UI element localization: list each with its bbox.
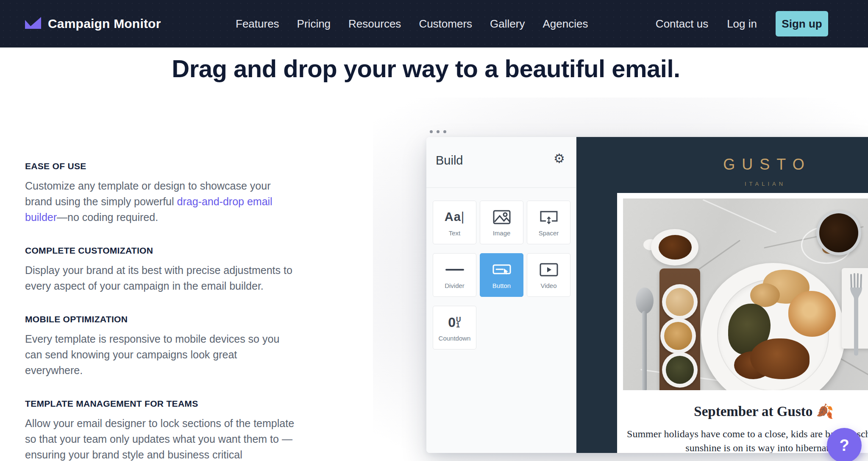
page: Campaign Monitor Features Pricing Resour… [0,0,868,461]
feature-heading: MOBILE OPTIMIZATION [25,314,296,324]
nav-resources[interactable]: Resources [348,17,401,31]
nav-customers[interactable]: Customers [419,17,472,31]
build-panel-header: Build ⚙ [426,137,576,188]
tile-divider[interactable]: Divider [433,253,476,297]
feature-text: Every template is responsive to mobile d… [25,331,296,378]
feature-text: Customize any template or design to show… [25,178,296,225]
main-nav: Features Pricing Resources Customers Gal… [236,0,588,47]
gear-icon[interactable]: ⚙ [554,152,565,165]
nav-contact-us[interactable]: Contact us [656,17,708,31]
top-nav: Campaign Monitor Features Pricing Resour… [0,0,868,47]
email-preview: GUSTO ITALIAN [576,137,868,453]
brand-name: Campaign Monitor [48,17,161,31]
help-button[interactable]: ? [827,428,862,461]
window-dots-icon [430,130,446,133]
divider-icon [445,261,464,278]
button-icon [492,261,512,278]
tile-spacer[interactable]: Spacer [527,201,570,244]
nav-gallery[interactable]: Gallery [490,17,525,31]
feature-template-management: TEMPLATE MANAGEMENT FOR TEAMS Allow your… [25,399,296,461]
spoon [636,288,654,314]
ramekin [662,352,698,388]
nav-pricing[interactable]: Pricing [297,17,331,31]
tile-video[interactable]: Video [527,253,570,297]
text-icon: Aa| [445,209,465,226]
ramekin [660,318,696,354]
nav-features[interactable]: Features [236,17,279,31]
campaign-monitor-logo-icon [24,16,42,31]
tile-countdown[interactable]: 0 U1 Countdown [433,306,476,349]
feature-text: Display your brand at its best with prec… [25,263,296,294]
email-builder-mockup: Build ⚙ Aa| Text [426,137,868,453]
email-heading: September at Gusto 🍂 [623,403,868,419]
page-title: Drag and drop your way to a beautiful em… [0,54,852,83]
brand-logo[interactable]: Campaign Monitor [24,16,161,31]
feature-heading: COMPLETE CUSTOMIZATION [25,246,296,256]
build-panel-title: Build [436,154,463,168]
sign-up-button[interactable]: Sign up [776,11,828,36]
feature-ease-of-use: EASE OF USE Customize any template or de… [25,161,296,225]
email-brand-header: GUSTO ITALIAN [617,137,868,187]
coffee-cup [816,210,861,255]
countdown-icon: 0 U1 [448,314,461,331]
ramekin [662,284,698,320]
email-content-card: September at Gusto 🍂 Summer holidays hav… [617,193,868,453]
build-panel: Build ⚙ Aa| Text [426,137,576,453]
feature-mobile-optimization: MOBILE OPTIMIZATION Every template is re… [25,314,296,378]
feature-list: EASE OF USE Customize any template or de… [25,161,296,461]
tile-button[interactable]: Button [480,253,523,297]
feature-complete-customization: COMPLETE CUSTOMIZATION Display your bran… [25,246,296,294]
gusto-subtitle: ITALIAN [617,181,868,187]
block-tiles: Aa| Text Image [433,201,571,349]
nav-log-in[interactable]: Log in [727,17,757,31]
image-icon [493,209,511,226]
tile-text[interactable]: Aa| Text [433,201,476,244]
video-icon [540,261,558,278]
food-photo [623,198,868,390]
feature-heading: TEMPLATE MANAGEMENT FOR TEAMS [25,399,296,409]
feature-heading: EASE OF USE [25,161,296,171]
feature-text: Allow your email designer to lock sectio… [25,416,296,461]
nav-agencies[interactable]: Agencies [542,17,588,31]
tile-image[interactable]: Image [480,201,523,244]
gusto-logo: GUSTO [617,156,868,173]
nav-right: Contact us Log in Sign up [656,0,828,47]
spacer-icon [539,209,559,226]
fork-icon [848,273,865,358]
